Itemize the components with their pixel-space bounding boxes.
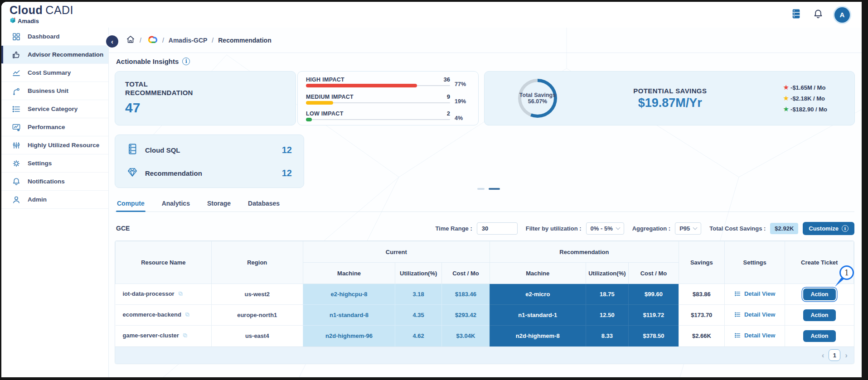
action-button[interactable]: Action <box>803 289 836 300</box>
cloud-sql-row: Cloud SQL 12 <box>127 143 292 157</box>
breadcrumb-separator: / <box>212 37 213 44</box>
col-header-region[interactable]: Region <box>211 241 303 284</box>
tab-analytics[interactable]: Analytics <box>161 198 191 212</box>
current-cost-cell: $3.04K <box>442 326 490 346</box>
action-button[interactable]: Action <box>803 309 836 321</box>
copy-icon[interactable] <box>184 312 190 319</box>
recommended-machine-cell: n2d-highmem-8 <box>490 326 586 346</box>
sidebar-item-admin[interactable]: Admin <box>1 191 108 209</box>
info-icon[interactable] <box>182 58 190 65</box>
recommended-utilization-cell: 18.75 <box>586 284 628 305</box>
detail-view-link[interactable]: Detail View <box>734 311 775 318</box>
table-pagination: ‹ 1 › <box>115 346 854 364</box>
table-row: game-server-cluster us-east4 n2d-highmem… <box>116 326 854 346</box>
current-utilization-cell: 4.35 <box>395 305 442 326</box>
utilization-filter-label: Filter by utilization : <box>526 225 582 232</box>
branch-icon <box>11 86 21 96</box>
time-range-input[interactable] <box>477 222 518 235</box>
recommended-utilization-cell: 8.33 <box>586 326 628 346</box>
carousel-dash-active[interactable] <box>489 188 500 190</box>
utilization-filter-value: 0% - 5% <box>591 225 613 232</box>
donut-value: 56.07% <box>528 98 547 105</box>
impact-bar-track <box>306 118 450 121</box>
medium-impact-row: MEDIUM IMPACT9 19% <box>306 93 470 105</box>
section-title-text: Actionable Insights <box>116 58 179 65</box>
gce-recommendation-table: Resource Name Region Current Recommendat… <box>115 241 854 364</box>
recommended-machine-cell: e2-micro <box>490 284 586 305</box>
yellow-star-icon: ★ <box>783 95 789 102</box>
col-header-rec-utilization[interactable]: Utilization(%) <box>586 263 628 284</box>
tab-storage[interactable]: Storage <box>206 198 232 212</box>
notifications-bell-icon[interactable] <box>813 9 824 21</box>
col-header-resource-name[interactable]: Resource Name <box>116 241 212 284</box>
sidebar-item-highly-utilized-resource[interactable]: Highly Utilized Resource <box>1 136 108 154</box>
next-page-icon[interactable]: › <box>845 351 848 359</box>
recommendation-row: Recommendation 12 <box>127 167 292 179</box>
green-star-icon: ★ <box>783 106 789 113</box>
breadcrumb-separator: / <box>140 37 141 44</box>
sidebar-item-cost-summary[interactable]: Cost Summary <box>1 64 108 82</box>
copy-icon[interactable] <box>178 291 184 298</box>
potential-savings-amount: $19.87M/Yr <box>557 96 783 110</box>
utilization-filter-select[interactable]: 0% - 5% <box>586 222 624 235</box>
breadcrumb-project[interactable]: Amadis-GCP <box>169 37 208 44</box>
savings-item-high: ★-$1.65M / Mo <box>783 84 827 91</box>
detail-view-label: Detail View <box>744 311 775 318</box>
data-server-icon[interactable] <box>790 8 802 21</box>
sidebar-item-service-category[interactable]: Service Category <box>1 100 108 118</box>
sidebar-item-notifications[interactable]: Notifications <box>1 173 108 191</box>
col-header-current-machine[interactable]: Machine <box>303 263 395 284</box>
cloud-sql-label: Cloud SQL <box>145 146 275 154</box>
col-header-current-utilization[interactable]: Utilization(%) <box>395 263 442 284</box>
brand-light: CADI <box>45 4 73 16</box>
col-header-settings[interactable]: Settings <box>724 241 785 284</box>
sidebar-item-advisor-recommendation[interactable]: Advisor Recommendation <box>1 46 108 64</box>
dashboard-grid-icon <box>11 32 21 42</box>
col-group-current: Current <box>303 241 490 263</box>
total-savings-donut: Total Savings 56.07% <box>518 79 557 118</box>
sidebar-item-label: Highly Utilized Resource <box>28 142 99 149</box>
detail-view-link[interactable]: Detail View <box>734 290 775 297</box>
annotation-number: 1 <box>844 269 849 277</box>
detail-view-link[interactable]: Detail View <box>734 332 775 339</box>
region-cell: us-west2 <box>211 284 303 305</box>
action-button[interactable]: Action <box>803 330 836 342</box>
recommended-utilization-cell: 12.50 <box>586 305 628 326</box>
impact-count: 9 <box>447 93 450 100</box>
gcp-cloud-icon[interactable] <box>146 34 158 46</box>
potential-savings-card: Total Savings 56.07% POTENTIAL SAVINGS $… <box>484 71 855 125</box>
savings-item-low: ★-$182.90 / Mo <box>783 106 827 113</box>
user-avatar[interactable]: A <box>834 7 850 23</box>
recommendation-count: 12 <box>282 168 292 178</box>
carousel-dash-inactive[interactable] <box>477 188 485 190</box>
total-recommendation-card: TOTALRECOMMENDATION 47 <box>115 71 296 125</box>
customize-button[interactable]: Customize <box>803 222 854 235</box>
sidebar-item-performance[interactable]: Performance <box>1 118 108 136</box>
aggregation-select[interactable]: P95 <box>675 222 701 235</box>
customize-button-label: Customize <box>809 225 839 232</box>
cloud-sql-count: 12 <box>282 145 292 155</box>
sidebar-item-dashboard[interactable]: Dashboard <box>1 28 108 46</box>
page-number[interactable]: 1 <box>829 349 840 361</box>
time-range-label: Time Range : <box>435 225 472 232</box>
sidebar-item-business-unit[interactable]: Business Unit <box>1 82 108 100</box>
tab-compute[interactable]: Compute <box>116 198 145 212</box>
col-header-rec-machine[interactable]: Machine <box>490 263 586 284</box>
breadcrumb-page: Recommendation <box>218 37 271 44</box>
sidebar-item-label: Settings <box>28 160 52 167</box>
brand-bold: Cloud <box>10 4 43 16</box>
col-header-rec-cost[interactable]: Cost / Mo <box>629 263 679 284</box>
sidebar-collapse-button[interactable]: ‹ <box>106 35 118 48</box>
col-header-savings[interactable]: Savings <box>679 241 724 284</box>
low-impact-row: LOW IMPACT2 4% <box>306 110 470 121</box>
brand-logo: CloudCADI Amadis <box>10 5 73 25</box>
col-header-current-cost[interactable]: Cost / Mo <box>442 263 490 284</box>
tab-databases[interactable]: Databases <box>247 198 281 212</box>
sidebar-item-settings[interactable]: Settings <box>1 154 108 173</box>
list-icon <box>11 104 21 114</box>
previous-page-icon[interactable]: ‹ <box>822 351 824 359</box>
home-icon[interactable] <box>126 35 135 46</box>
copy-icon[interactable] <box>182 333 188 340</box>
region-cell: europe-north1 <box>211 305 303 326</box>
recommendation-label: Recommendation <box>145 169 275 177</box>
